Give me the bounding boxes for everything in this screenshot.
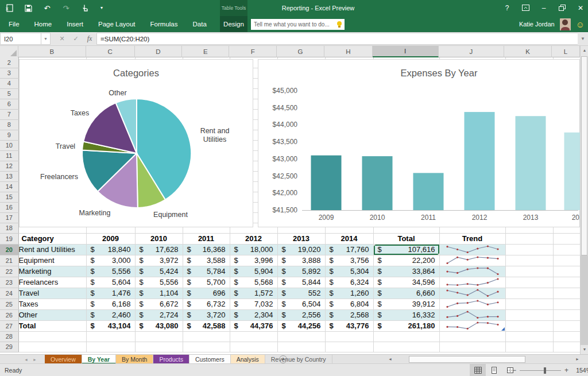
cell-H24[interactable]: $1,260 xyxy=(325,288,373,299)
cell-I28[interactable] xyxy=(373,331,439,342)
cell-D25[interactable]: $6,672 xyxy=(135,299,183,309)
name-box[interactable]: I20 xyxy=(0,33,41,45)
tell-me-input[interactable]: Tell me what you want to do... xyxy=(251,19,345,30)
cell-K24[interactable] xyxy=(505,288,553,299)
column-header-L[interactable]: L xyxy=(552,46,580,57)
cell-H29[interactable] xyxy=(325,342,373,352)
minimize-icon[interactable]: – xyxy=(540,5,548,11)
cell-C22[interactable]: $5,556 xyxy=(86,266,135,277)
row-header-8[interactable]: 8 xyxy=(0,119,18,130)
cell-L24[interactable] xyxy=(553,288,580,299)
cell-I27[interactable]: $261,180 xyxy=(373,320,439,331)
row-header-17[interactable]: 17 xyxy=(0,212,18,223)
cell-J25[interactable] xyxy=(439,299,505,309)
cell-H20[interactable]: $17,760 xyxy=(325,244,373,255)
cell-D23[interactable]: $5,556 xyxy=(135,277,183,288)
row-header-14[interactable]: 14 xyxy=(0,181,18,192)
cell-G20[interactable]: $19,020 xyxy=(277,244,325,255)
column-header-J[interactable]: J xyxy=(439,46,505,57)
cell-E28[interactable] xyxy=(183,331,230,342)
column-header-K[interactable]: K xyxy=(504,46,552,57)
cell-F24[interactable]: $1,572 xyxy=(230,288,277,299)
cell-J19[interactable]: Trend xyxy=(439,233,505,244)
cell-J20[interactable] xyxy=(439,244,505,255)
column-header-E[interactable]: E xyxy=(182,46,229,57)
column-header-G[interactable]: G xyxy=(277,46,324,57)
row-header-7[interactable]: 7 xyxy=(0,109,18,119)
sheet-tab-customers[interactable]: Customers xyxy=(189,355,231,364)
cell-L29[interactable] xyxy=(553,342,580,352)
tab-insert[interactable]: Insert xyxy=(59,16,91,32)
cancel-icon[interactable]: ✕ xyxy=(55,35,69,42)
cell-B26[interactable]: Other xyxy=(18,309,86,320)
vertical-scroll-thumb[interactable] xyxy=(581,56,587,255)
cell-K26[interactable] xyxy=(505,309,553,320)
cell-L21[interactable] xyxy=(553,255,580,266)
row-header-18[interactable]: 18 xyxy=(0,223,18,233)
tab-formulas[interactable]: Formulas xyxy=(143,16,185,32)
row-header-28[interactable]: 28 xyxy=(0,331,18,342)
cell-K23[interactable] xyxy=(505,277,553,288)
cell-K28[interactable] xyxy=(505,331,553,342)
cell-E19[interactable]: 2011 xyxy=(183,233,230,244)
row-header-9[interactable]: 9 xyxy=(0,130,18,140)
cell-L23[interactable] xyxy=(553,277,580,288)
row-header-24[interactable]: 24 xyxy=(0,288,18,299)
cell-H25[interactable]: $6,804 xyxy=(325,299,373,309)
cell-K19[interactable] xyxy=(505,233,553,244)
cell-H22[interactable]: $5,304 xyxy=(325,266,373,277)
cell-J29[interactable] xyxy=(439,342,505,352)
cell-I23[interactable]: $34,596 xyxy=(373,277,439,288)
cell-H23[interactable]: $6,324 xyxy=(325,277,373,288)
pie-chart[interactable]: Categories Rent andUtilitiesEquipmentMar… xyxy=(19,59,253,227)
table-resize-handle[interactable] xyxy=(501,327,505,331)
sheet-tab-overview[interactable]: Overview xyxy=(45,355,82,364)
formula-bar-expand-icon[interactable]: ▼ xyxy=(578,32,588,45)
vertical-scroll-track[interactable] xyxy=(581,255,588,345)
zoom-slider[interactable] xyxy=(520,370,561,371)
selection-handle[interactable] xyxy=(373,244,376,246)
scroll-up-icon[interactable]: ▲ xyxy=(581,46,588,55)
row-header-22[interactable]: 22 xyxy=(0,266,18,277)
tab-data[interactable]: Data xyxy=(185,16,214,32)
row-header-12[interactable]: 12 xyxy=(0,161,18,171)
column-header-F[interactable]: F xyxy=(229,46,277,57)
cell-K29[interactable] xyxy=(505,342,553,352)
cell-J21[interactable] xyxy=(439,255,505,266)
name-box-dropdown-icon[interactable]: ▼ xyxy=(41,33,51,45)
cell-L19[interactable] xyxy=(553,233,580,244)
normal-view-icon[interactable] xyxy=(470,364,486,376)
page-layout-view-icon[interactable] xyxy=(486,364,502,376)
cell-B22[interactable]: Marketing xyxy=(18,266,86,277)
cell-F26[interactable]: $2,304 xyxy=(230,309,277,320)
cell-I24[interactable]: $6,660 xyxy=(373,288,439,299)
row-header-11[interactable]: 11 xyxy=(0,150,18,161)
cell-C27[interactable]: $43,104 xyxy=(86,320,135,331)
cell-G29[interactable] xyxy=(277,342,325,352)
sheet-tab-revenue-by-country[interactable]: Revenue by Country xyxy=(265,355,332,364)
cell-C23[interactable]: $5,604 xyxy=(86,277,135,288)
row-header-19[interactable]: 19 xyxy=(0,233,18,244)
cell-F20[interactable]: $18,000 xyxy=(230,244,277,255)
sheet-nav-left-icon[interactable]: ◄ xyxy=(24,358,28,362)
cell-B21[interactable]: Equipment xyxy=(18,255,86,266)
touch-mouse-mode-icon[interactable] xyxy=(80,3,90,13)
cell-B20[interactable]: Rent and Utilities xyxy=(18,244,86,255)
restore-icon[interactable] xyxy=(558,5,566,12)
tab-page-layout[interactable]: Page Layout xyxy=(91,16,143,32)
new-sheet-button[interactable]: + xyxy=(279,355,287,363)
zoom-in-icon[interactable]: + xyxy=(564,366,568,374)
cell-B25[interactable]: Taxes xyxy=(18,299,86,309)
cell-G25[interactable]: $6,504 xyxy=(277,299,325,309)
cell-G21[interactable]: $3,888 xyxy=(277,255,325,266)
cell-H21[interactable]: $3,756 xyxy=(325,255,373,266)
cell-G24[interactable]: $552 xyxy=(277,288,325,299)
excel-app-icon[interactable]: x xyxy=(5,3,14,13)
hscroll-left-icon[interactable]: ◄ xyxy=(388,355,392,364)
row-header-13[interactable]: 13 xyxy=(0,171,18,181)
cell-C21[interactable]: $3,000 xyxy=(86,255,135,266)
hscroll-right-icon[interactable]: ► xyxy=(575,355,579,364)
row-header-3[interactable]: 3 xyxy=(0,68,18,78)
qat-customize-icon[interactable]: ▾ xyxy=(99,3,104,13)
cell-H27[interactable]: $43,776 xyxy=(325,320,373,331)
